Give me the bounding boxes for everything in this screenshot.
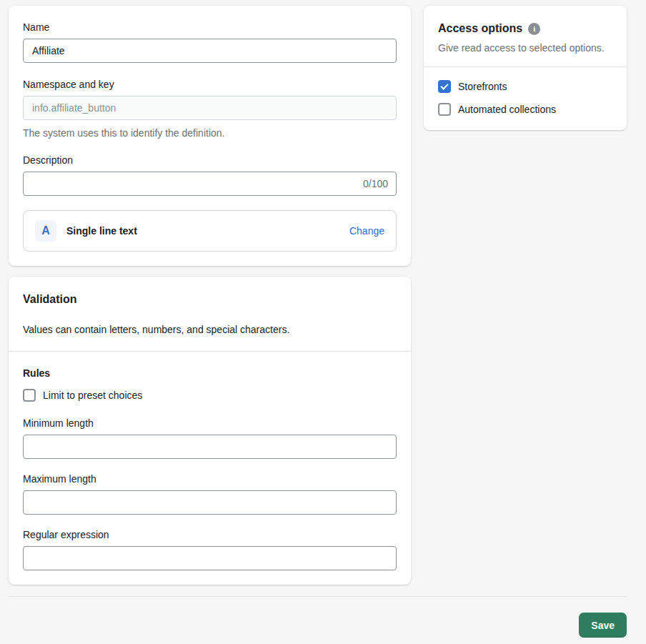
namespace-label: Namespace and key <box>23 77 397 91</box>
automated-collections-checkbox[interactable] <box>438 103 451 116</box>
info-icon[interactable] <box>528 23 540 35</box>
storefronts-checkbox[interactable] <box>438 80 451 93</box>
max-length-group: Maximum length <box>23 472 397 515</box>
validation-subtitle: Values can contain letters, numbers, and… <box>23 322 397 337</box>
change-type-link[interactable]: Change <box>349 225 384 237</box>
description-input-wrapper: 0/100 <box>23 172 397 196</box>
right-column: Access options Give read access to selec… <box>424 6 627 130</box>
namespace-help-text: The system uses this to identify the def… <box>23 126 397 140</box>
limit-preset-label: Limit to preset choices <box>43 390 142 401</box>
automated-collections-label: Automated collections <box>458 104 556 115</box>
storefronts-label: Storefronts <box>458 81 507 92</box>
min-length-input[interactable] <box>23 435 397 459</box>
validation-title: Validation <box>23 291 397 308</box>
min-length-label: Minimum length <box>23 416 397 430</box>
definition-card: Name Namespace and key The system uses t… <box>9 6 411 266</box>
limit-preset-choices-row[interactable]: Limit to preset choices <box>23 389 397 402</box>
namespace-group: Namespace and key The system uses this t… <box>23 77 397 140</box>
content-type-label: Single line text <box>66 225 339 237</box>
access-options-list: Storefronts Automated collections <box>424 67 627 130</box>
access-options-header: Access options Give read access to selec… <box>424 6 627 66</box>
name-input[interactable] <box>23 39 397 63</box>
storefronts-row[interactable]: Storefronts <box>438 80 612 93</box>
save-button[interactable]: Save <box>579 613 627 638</box>
single-line-text-icon: A <box>35 220 56 242</box>
min-length-group: Minimum length <box>23 416 397 459</box>
left-column: Name Namespace and key The system uses t… <box>9 6 411 585</box>
name-group: Name <box>23 20 397 63</box>
description-group: Description 0/100 <box>23 153 397 196</box>
description-label: Description <box>23 153 397 167</box>
definition-card-section: Name Namespace and key The system uses t… <box>9 6 411 266</box>
max-length-input[interactable] <box>23 490 397 515</box>
access-options-card: Access options Give read access to selec… <box>424 6 627 130</box>
name-label: Name <box>23 20 397 34</box>
max-length-label: Maximum length <box>23 472 397 486</box>
validation-rules-section: Rules Limit to preset choices Minimum le… <box>9 352 411 585</box>
page: Name Namespace and key The system uses t… <box>0 0 646 638</box>
access-title-row: Access options <box>438 20 612 37</box>
rules-label: Rules <box>23 366 397 380</box>
validation-header-section: Validation Values can contain letters, n… <box>9 277 411 351</box>
regex-group: Regular expression <box>23 527 397 570</box>
content-type-selector: A Single line text Change <box>23 210 397 252</box>
automated-collections-row[interactable]: Automated collections <box>438 103 612 116</box>
regex-label: Regular expression <box>23 527 397 542</box>
validation-card: Validation Values can contain letters, n… <box>9 277 411 585</box>
footer: Save <box>9 597 627 638</box>
namespace-input <box>23 96 397 120</box>
access-options-subtitle: Give read access to selected options. <box>438 41 612 55</box>
limit-preset-checkbox[interactable] <box>23 389 36 402</box>
access-options-title: Access options <box>438 20 522 37</box>
description-input[interactable] <box>23 172 397 196</box>
content-columns: Name Namespace and key The system uses t… <box>9 6 627 585</box>
regex-input[interactable] <box>23 546 397 570</box>
